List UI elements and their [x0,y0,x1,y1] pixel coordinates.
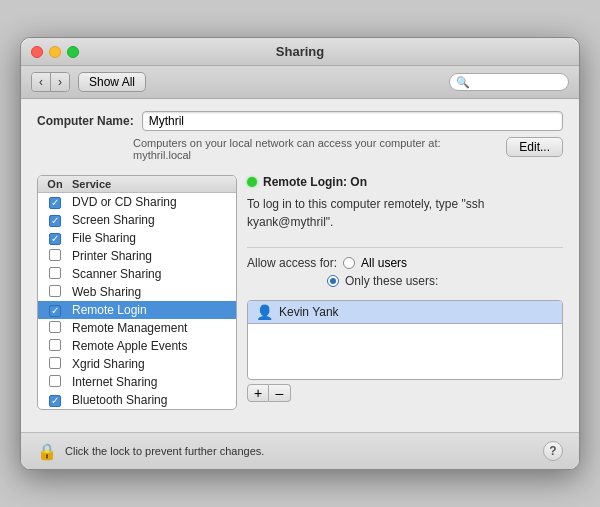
checkbox-indicator-xgrid [49,357,61,369]
minimize-button[interactable] [49,46,61,58]
service-label-bluetooth: Bluetooth Sharing [72,392,167,408]
col-on-header: On [38,178,72,190]
checkbox-printer[interactable] [38,249,72,264]
forward-button[interactable]: › [51,73,69,91]
checkbox-indicator-web [49,285,61,297]
checkbox-indicator-screen: ✓ [49,215,61,227]
services-list: ✓DVD or CD Sharing✓Screen Sharing✓File S… [38,193,236,409]
service-item-file[interactable]: ✓File Sharing [38,229,236,247]
checkbox-indicator-printer [49,249,61,261]
separator [247,247,563,248]
service-label-printer: Printer Sharing [72,248,152,264]
checkbox-indicator-remote-login: ✓ [49,305,61,317]
radio-only-label: Only these users: [345,274,438,288]
list-controls: + – [247,384,563,402]
service-item-bluetooth[interactable]: ✓Bluetooth Sharing [38,391,236,409]
computer-name-desc: Computers on your local network can acce… [133,137,498,161]
allow-first-row: Allow access for: All users [247,256,563,270]
user-name: Kevin Yank [279,305,339,319]
status-dot [247,177,257,187]
checkbox-bluetooth[interactable]: ✓ [38,393,72,407]
title-bar: Sharing [21,38,579,66]
maximize-button[interactable] [67,46,79,58]
checkbox-xgrid[interactable] [38,357,72,372]
user-item[interactable]: 👤 Kevin Yank [248,301,562,324]
computer-name-row: Computer Name: [37,111,563,131]
users-list: 👤 Kevin Yank [247,300,563,380]
status-row: Remote Login: On [247,175,563,189]
status-label: Remote Login: On [263,175,367,189]
col-service-header: Service [72,178,111,190]
service-item-screen[interactable]: ✓Screen Sharing [38,211,236,229]
services-header: On Service [38,176,236,193]
lock-icon[interactable]: 🔒 [37,442,57,461]
service-label-remote-login: Remote Login [72,302,147,318]
nav-buttons: ‹ › [31,72,70,92]
search-input[interactable] [473,75,562,89]
computer-name-input[interactable] [142,111,563,131]
checkbox-indicator-bluetooth: ✓ [49,395,61,407]
service-label-remote-apple: Remote Apple Events [72,338,187,354]
checkbox-file[interactable]: ✓ [38,231,72,245]
allow-access-label: Allow access for: [247,256,337,270]
content: Computer Name: Computers on your local n… [21,99,579,422]
allow-access: Allow access for: All users Only these u… [247,256,563,290]
service-label-xgrid: Xgrid Sharing [72,356,145,372]
service-item-scanner[interactable]: Scanner Sharing [38,265,236,283]
main-area: On Service ✓DVD or CD Sharing✓Screen Sha… [37,175,563,410]
toolbar: ‹ › Show All 🔍 [21,66,579,99]
bottom-bar: 🔒 Click the lock to prevent further chan… [21,432,579,469]
checkbox-indicator-dvd: ✓ [49,197,61,209]
radio-only-row: Only these users: [327,274,563,288]
service-label-web: Web Sharing [72,284,141,300]
service-label-screen: Screen Sharing [72,212,155,228]
checkbox-remote-login[interactable]: ✓ [38,303,72,317]
checkbox-screen[interactable]: ✓ [38,213,72,227]
service-item-dvd[interactable]: ✓DVD or CD Sharing [38,193,236,211]
service-item-internet[interactable]: Internet Sharing [38,373,236,391]
search-icon: 🔍 [456,76,470,89]
service-item-remote-login[interactable]: ✓Remote Login [38,301,236,319]
window: Sharing ‹ › Show All 🔍 Computer Name: Co… [20,37,580,470]
close-button[interactable] [31,46,43,58]
checkbox-scanner[interactable] [38,267,72,282]
service-item-remote-apple[interactable]: Remote Apple Events [38,337,236,355]
service-label-internet: Internet Sharing [72,374,157,390]
service-label-file: File Sharing [72,230,136,246]
checkbox-remote-mgmt[interactable] [38,321,72,336]
show-all-button[interactable]: Show All [78,72,146,92]
help-button[interactable]: ? [543,441,563,461]
back-button[interactable]: ‹ [32,73,51,91]
edit-button[interactable]: Edit... [506,137,563,157]
window-controls [31,46,79,58]
radio-only-users[interactable] [327,275,339,287]
window-title: Sharing [276,44,324,59]
service-item-xgrid[interactable]: Xgrid Sharing [38,355,236,373]
checkbox-dvd[interactable]: ✓ [38,195,72,209]
radio-all-label: All users [361,256,407,270]
service-item-printer[interactable]: Printer Sharing [38,247,236,265]
detail-description: To log in to this computer remotely, typ… [247,195,563,231]
lock-text: Click the lock to prevent further change… [65,445,264,457]
checkbox-indicator-remote-mgmt [49,321,61,333]
service-label-scanner: Scanner Sharing [72,266,161,282]
checkbox-web[interactable] [38,285,72,300]
user-icon: 👤 [256,304,273,320]
checkbox-indicator-file: ✓ [49,233,61,245]
checkbox-internet[interactable] [38,375,72,390]
remove-user-button[interactable]: – [269,384,291,402]
services-panel: On Service ✓DVD or CD Sharing✓Screen Sha… [37,175,237,410]
radio-all-users[interactable] [343,257,355,269]
service-item-remote-mgmt[interactable]: Remote Management [38,319,236,337]
service-label-remote-mgmt: Remote Management [72,320,187,336]
checkbox-remote-apple[interactable] [38,339,72,354]
computer-name-label: Computer Name: [37,114,134,128]
search-box: 🔍 [449,73,569,91]
checkbox-indicator-internet [49,375,61,387]
detail-panel: Remote Login: On To log in to this compu… [247,175,563,410]
checkbox-indicator-scanner [49,267,61,279]
add-user-button[interactable]: + [247,384,269,402]
service-label-dvd: DVD or CD Sharing [72,194,177,210]
service-item-web[interactable]: Web Sharing [38,283,236,301]
checkbox-indicator-remote-apple [49,339,61,351]
